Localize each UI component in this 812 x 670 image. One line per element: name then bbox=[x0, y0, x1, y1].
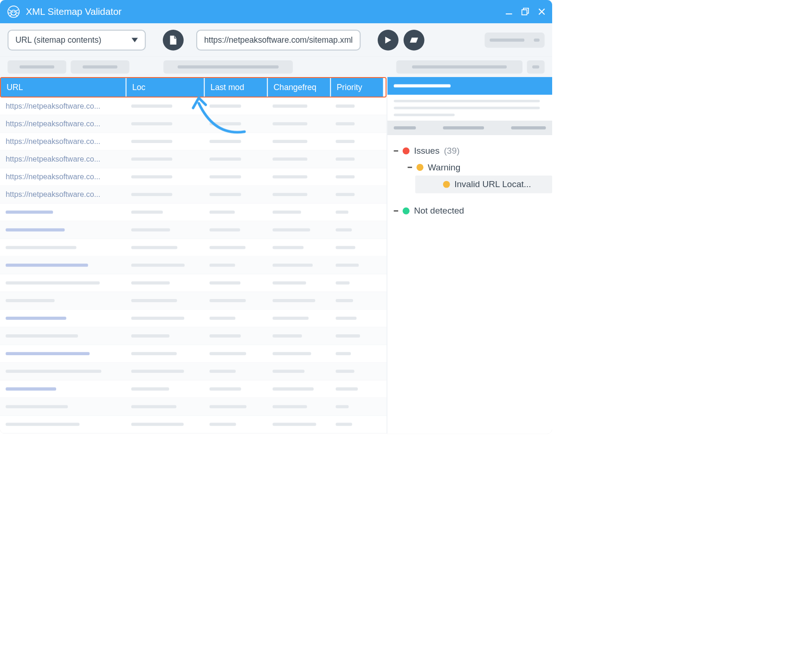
table-row[interactable]: https://netpeaksoftware.co... bbox=[0, 133, 387, 150]
collapse-icon bbox=[394, 150, 399, 152]
table-cell bbox=[204, 186, 267, 203]
table-cell bbox=[330, 416, 382, 433]
url-input[interactable]: https://netpeaksoftware.com/sitemap.xml bbox=[196, 30, 361, 51]
table-cell-url: https://netpeaksoftware.co... bbox=[0, 115, 126, 132]
table-cell bbox=[204, 168, 267, 185]
table-row[interactable]: https://netpeaksoftware.co... bbox=[0, 186, 387, 204]
column-header-loc[interactable]: Loc bbox=[127, 78, 205, 97]
table-row[interactable] bbox=[0, 292, 387, 310]
table-cell bbox=[204, 380, 267, 397]
table-cell bbox=[330, 274, 382, 292]
table-cell bbox=[204, 115, 267, 132]
close-button[interactable] bbox=[537, 7, 546, 16]
table-cell bbox=[330, 150, 382, 168]
table-cell bbox=[267, 292, 330, 309]
table-cell bbox=[330, 310, 382, 327]
table-cell bbox=[126, 239, 204, 256]
table-cell bbox=[330, 398, 382, 415]
table-row[interactable]: https://netpeaksoftware.co... bbox=[0, 168, 387, 186]
svg-point-3 bbox=[14, 11, 15, 13]
table-row[interactable] bbox=[0, 398, 387, 416]
column-header-lastmod[interactable]: Last mod bbox=[205, 78, 268, 97]
filter-chip[interactable] bbox=[163, 60, 293, 74]
table-cell-url: https://netpeaksoftware.co... bbox=[0, 150, 126, 168]
minimize-button[interactable] bbox=[504, 7, 514, 16]
tree-item-warning[interactable]: Warning bbox=[394, 159, 546, 176]
collapse-icon bbox=[408, 167, 412, 168]
table-row[interactable] bbox=[0, 257, 387, 274]
filter-bar bbox=[0, 57, 552, 77]
tree-label: Invalid URL Locat... bbox=[454, 179, 531, 189]
table-cell bbox=[267, 345, 330, 362]
clear-button[interactable] bbox=[404, 30, 425, 51]
title-bar: XML Sitemap Validator bbox=[0, 0, 552, 23]
column-header-url[interactable]: URL bbox=[1, 78, 127, 97]
toolbar-extra-dropdown[interactable] bbox=[484, 33, 544, 48]
table-cell-url bbox=[0, 363, 126, 380]
table-row[interactable]: https://netpeaksoftware.co... bbox=[0, 115, 387, 133]
table-cell bbox=[330, 239, 382, 256]
table-row[interactable] bbox=[0, 221, 387, 239]
table-cell bbox=[267, 204, 330, 221]
table-row[interactable] bbox=[0, 380, 387, 398]
table-cell bbox=[126, 310, 204, 327]
table-row[interactable] bbox=[0, 310, 387, 327]
column-header-changefreq[interactable]: Changefreq bbox=[268, 78, 331, 97]
table-cell bbox=[204, 274, 267, 292]
table-cell bbox=[204, 133, 267, 150]
table-row[interactable]: https://netpeaksoftware.co... bbox=[0, 150, 387, 168]
tree-item-not-detected[interactable]: Not detected bbox=[394, 203, 546, 219]
table-row[interactable] bbox=[0, 345, 387, 363]
table-cell bbox=[204, 221, 267, 239]
table-row[interactable] bbox=[0, 239, 387, 257]
chevron-down-icon bbox=[132, 38, 138, 42]
tree-label: Issues bbox=[414, 146, 439, 156]
maximize-button[interactable] bbox=[521, 7, 530, 16]
table-row[interactable] bbox=[0, 416, 387, 434]
table-row[interactable] bbox=[0, 363, 387, 380]
table-cell bbox=[267, 186, 330, 203]
table-cell bbox=[126, 345, 204, 362]
table-cell-url bbox=[0, 204, 126, 221]
table-cell bbox=[126, 416, 204, 433]
start-button[interactable] bbox=[378, 30, 399, 51]
table-cell bbox=[126, 115, 204, 132]
tree-item-invalid-url[interactable]: Invalid URL Locat... bbox=[415, 176, 552, 193]
table-cell bbox=[267, 221, 330, 239]
table-cell bbox=[330, 221, 382, 239]
table-cell-url bbox=[0, 292, 126, 309]
table-cell bbox=[330, 98, 382, 115]
table-cell bbox=[267, 363, 330, 380]
table-cell-url bbox=[0, 257, 126, 274]
filter-chip[interactable] bbox=[7, 60, 66, 74]
table-cell bbox=[204, 327, 267, 345]
tree-label: Warning bbox=[428, 163, 460, 173]
issues-panel-tabs bbox=[387, 121, 552, 135]
collapse-icon bbox=[394, 210, 399, 212]
open-file-button[interactable] bbox=[163, 30, 184, 51]
table-cell bbox=[126, 380, 204, 397]
table-row[interactable] bbox=[0, 204, 387, 221]
table-row[interactable]: https://netpeaksoftware.co... bbox=[0, 98, 387, 115]
table-cell bbox=[126, 398, 204, 415]
table-cell bbox=[267, 168, 330, 185]
table-cell bbox=[126, 274, 204, 292]
table-cell bbox=[126, 133, 204, 150]
tree-item-issues[interactable]: Issues (39) bbox=[394, 143, 546, 159]
table-cell bbox=[330, 327, 382, 345]
table-cell bbox=[267, 98, 330, 115]
filter-chip[interactable] bbox=[71, 60, 129, 74]
column-header-priority[interactable]: Priority bbox=[331, 78, 383, 97]
table-row[interactable] bbox=[0, 274, 387, 292]
table-cell bbox=[330, 186, 382, 203]
table-cell bbox=[267, 398, 330, 415]
table-row[interactable] bbox=[0, 327, 387, 345]
filter-chip[interactable] bbox=[396, 60, 522, 74]
table-cell bbox=[126, 221, 204, 239]
mode-dropdown[interactable]: URL (sitemap contents) bbox=[7, 30, 146, 51]
toolbar: URL (sitemap contents) https://netpeakso… bbox=[0, 23, 552, 57]
window-title: XML Sitemap Validator bbox=[26, 7, 504, 17]
table-cell bbox=[126, 363, 204, 380]
table-cell bbox=[267, 115, 330, 132]
filter-chip[interactable] bbox=[527, 60, 545, 74]
